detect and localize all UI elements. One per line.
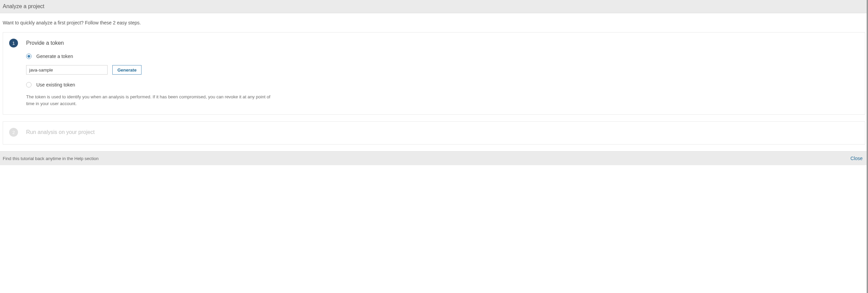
scrollbar[interactable] (867, 0, 868, 165)
modal-footer: Find this tutorial back anytime in the H… (0, 151, 868, 165)
radio-icon (26, 82, 32, 87)
radio-dot-icon (27, 55, 30, 58)
radio-option-use-existing-token[interactable]: Use existing token (26, 82, 287, 87)
token-name-input[interactable] (26, 65, 108, 75)
radio-option-generate-token[interactable]: Generate a token (26, 54, 287, 59)
radio-label-generate: Generate a token (36, 54, 73, 59)
step-2-panel: 2 Run analysis on your project (3, 121, 865, 144)
footer-help-hint: Find this tutorial back anytime in the H… (3, 156, 99, 161)
step-1-panel: 1 Provide a token Generate a token Gener… (3, 32, 865, 115)
generate-button[interactable]: Generate (112, 65, 141, 75)
step-2-header: 2 Run analysis on your project (9, 128, 859, 137)
modal-header: Analyze a project (0, 0, 868, 13)
step-1-title: Provide a token (26, 40, 64, 46)
modal-title: Analyze a project (3, 3, 44, 9)
step-2-badge: 2 (9, 128, 18, 137)
radio-label-existing: Use existing token (36, 82, 75, 87)
radio-icon (26, 54, 32, 59)
step-1-badge: 1 (9, 39, 18, 47)
token-input-row: Generate (26, 65, 287, 75)
step-1-body: Generate a token Generate Use existing t… (9, 54, 287, 107)
step-2-title: Run analysis on your project (26, 129, 95, 135)
intro-text: Want to quickly analyze a first project?… (3, 20, 865, 25)
token-help-text: The token is used to identify you when a… (26, 94, 277, 107)
step-1-header: 1 Provide a token (9, 39, 859, 47)
content-area: Want to quickly analyze a first project?… (0, 13, 868, 144)
close-link[interactable]: Close (850, 156, 863, 161)
